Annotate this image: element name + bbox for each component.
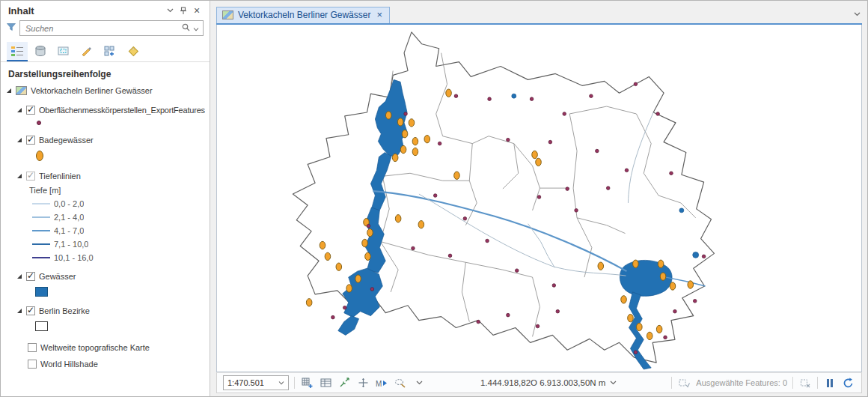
map-view-tab[interactable]: Vektorkacheln Berliner Gewässer × bbox=[216, 7, 390, 23]
hillshade-basemap-checkbox[interactable] bbox=[28, 360, 37, 369]
tab-list-chevron-icon[interactable] bbox=[854, 8, 861, 19]
depth-line-swatch bbox=[32, 203, 50, 204]
depth-class-label: 4,1 - 7,0 bbox=[54, 226, 84, 235]
tools-chevron-icon[interactable] bbox=[412, 376, 426, 390]
map-group-label: Vektorkacheln Berliner Gewässer bbox=[31, 86, 153, 95]
search-options-chevron-icon[interactable] bbox=[193, 23, 199, 34]
list-by-data-source-tab[interactable] bbox=[30, 42, 51, 61]
legend-row: 2,1 - 4,0 bbox=[1, 210, 210, 224]
selection-list-icon[interactable] bbox=[677, 376, 691, 390]
map-icon bbox=[16, 86, 27, 95]
contents-panel-header: Inhalt × bbox=[1, 1, 210, 19]
search-box bbox=[19, 20, 204, 36]
depth-class-label: 2,1 - 4,0 bbox=[54, 213, 84, 222]
gewaesser-layer-label: Gewässer bbox=[39, 272, 76, 281]
divider bbox=[817, 377, 818, 389]
filter-icon[interactable] bbox=[7, 23, 16, 34]
search-icon[interactable] bbox=[182, 23, 190, 34]
bade-symbol-row bbox=[1, 148, 210, 164]
grid-add-icon[interactable] bbox=[300, 376, 314, 390]
pan-crosshair-icon[interactable] bbox=[356, 376, 370, 390]
station-point-symbol bbox=[37, 121, 41, 125]
clear-selection-icon[interactable] bbox=[798, 376, 812, 390]
flash-arrows-icon[interactable] bbox=[337, 376, 351, 390]
map-view-area: Vektorkacheln Berliner Gewässer × bbox=[210, 1, 867, 396]
refresh-map-button[interactable] bbox=[842, 376, 855, 390]
view-tabbar: Vektorkacheln Berliner Gewässer × bbox=[216, 5, 862, 25]
svg-text:M: M bbox=[376, 380, 382, 388]
gewaesser-symbol-row bbox=[1, 284, 210, 299]
expander-triangle-icon[interactable] bbox=[16, 107, 22, 113]
lasso-select-icon[interactable] bbox=[394, 376, 407, 390]
tiefen-legend-heading: Tiefe [m] bbox=[29, 186, 61, 195]
expander-triangle-icon[interactable] bbox=[16, 308, 22, 314]
tree-item-hillshade-basemap[interactable]: World Hillshade bbox=[1, 357, 210, 372]
scale-value: 1:470.501 bbox=[227, 378, 264, 387]
stations-layer-label: Oberflächenmesskörperstellen_ExportFeatu… bbox=[39, 106, 205, 115]
layer-tree: Vektorkacheln Berliner Gewässer Oberfläc… bbox=[1, 83, 210, 396]
list-by-snapping-tab[interactable] bbox=[100, 42, 120, 61]
stations-symbol-row bbox=[1, 118, 210, 128]
list-by-editing-tab[interactable] bbox=[76, 42, 97, 61]
bezirke-symbol-row bbox=[1, 318, 210, 333]
drawing-order-section-title: Darstellungsreihenfolge bbox=[1, 62, 210, 83]
depth-class-label: 10,1 - 16,0 bbox=[54, 253, 94, 262]
water-fill-symbol bbox=[35, 287, 48, 297]
expander-triangle-icon[interactable] bbox=[16, 137, 22, 143]
divider bbox=[792, 377, 793, 389]
depth-line-swatch bbox=[32, 257, 50, 258]
pin-icon[interactable] bbox=[177, 4, 190, 16]
arcgis-window: Inhalt × bbox=[0, 0, 868, 397]
ime-mode-icon[interactable]: M bbox=[375, 376, 388, 390]
bezirke-layer-checkbox[interactable] bbox=[26, 306, 35, 315]
pause-drawing-button[interactable] bbox=[823, 376, 837, 390]
tree-item-stations-layer[interactable]: Oberflächenmesskörperstellen_ExportFeatu… bbox=[1, 103, 210, 118]
tree-item-gewaesser-layer[interactable]: Gewässer bbox=[1, 269, 210, 284]
depth-line-swatch bbox=[32, 243, 50, 245]
depth-class-label: 7,1 - 10,0 bbox=[54, 240, 88, 249]
depth-class-label: 0,0 - 2,0 bbox=[54, 199, 84, 208]
tiefen-layer-checkbox[interactable] bbox=[26, 172, 35, 181]
tree-item-bade-layer[interactable]: Badegewässer bbox=[1, 133, 210, 148]
scale-select[interactable]: 1:470.501 bbox=[223, 375, 289, 390]
tree-item-tiefen-layer[interactable]: Tiefenlinien bbox=[1, 169, 210, 184]
chevron-down-icon bbox=[278, 381, 284, 385]
tree-item-map-group[interactable]: Vektorkacheln Berliner Gewässer bbox=[1, 83, 210, 98]
map-tab-icon bbox=[222, 10, 233, 19]
close-icon[interactable]: × bbox=[190, 4, 204, 16]
panel-title: Inhalt bbox=[8, 5, 163, 16]
chevron-down-icon bbox=[610, 381, 617, 385]
tab-close-icon[interactable]: × bbox=[376, 11, 382, 19]
legend-row: 7,1 - 10,0 bbox=[1, 237, 210, 251]
topo-basemap-checkbox[interactable] bbox=[28, 343, 37, 352]
tiefen-legend-heading-row: Tiefe [m] bbox=[1, 184, 210, 197]
selected-features-count: Ausgewählte Features: 0 bbox=[696, 378, 787, 387]
list-by-labeling-tab[interactable] bbox=[123, 42, 144, 61]
contents-toolbar bbox=[1, 39, 210, 62]
divider bbox=[671, 377, 672, 389]
coordinate-value: 1.444.918,82O 6.913.003,50N m bbox=[480, 378, 606, 387]
topo-basemap-label: Weltweite topografische Karte bbox=[40, 343, 150, 352]
search-input[interactable] bbox=[24, 23, 179, 34]
contents-panel: Inhalt × bbox=[1, 1, 210, 396]
bade-layer-label: Badegewässer bbox=[39, 136, 94, 145]
depth-line-swatch bbox=[32, 216, 50, 218]
map-tab-title: Vektorkacheln Berliner Gewässer bbox=[238, 10, 370, 20]
expander-triangle-icon[interactable] bbox=[6, 88, 12, 94]
depth-line-swatch bbox=[32, 230, 50, 231]
search-row bbox=[1, 19, 210, 39]
list-by-selection-tab[interactable] bbox=[53, 42, 74, 61]
chevron-down-icon[interactable] bbox=[163, 4, 177, 16]
bezirke-layer-label: Berlin Bezirke bbox=[39, 306, 90, 315]
attribute-table-icon[interactable] bbox=[319, 376, 332, 390]
gewaesser-layer-checkbox[interactable] bbox=[26, 272, 35, 281]
coordinate-readout[interactable]: 1.444.918,82O 6.913.003,50N m bbox=[431, 378, 666, 387]
map-canvas[interactable] bbox=[216, 25, 862, 372]
expander-triangle-icon[interactable] bbox=[16, 273, 22, 279]
expander-triangle-icon[interactable] bbox=[16, 173, 22, 179]
tree-item-topo-basemap[interactable]: Weltweite topografische Karte bbox=[1, 340, 210, 355]
list-by-drawing-order-tab[interactable] bbox=[7, 42, 28, 61]
tree-item-bezirke-layer[interactable]: Berlin Bezirke bbox=[1, 303, 210, 318]
stations-layer-checkbox[interactable] bbox=[26, 106, 35, 115]
bade-layer-checkbox[interactable] bbox=[26, 136, 35, 145]
